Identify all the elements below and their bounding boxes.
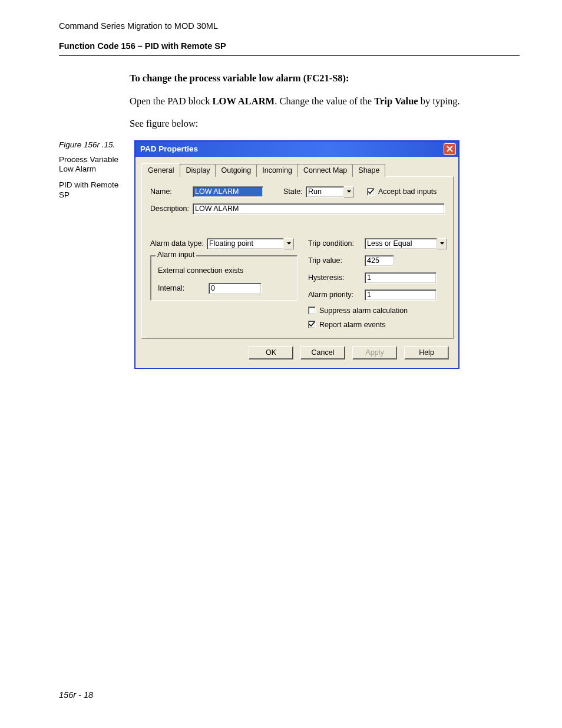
chevron-down-icon bbox=[440, 242, 444, 245]
svg-marker-3 bbox=[287, 242, 291, 245]
internal-field[interactable]: 0 bbox=[209, 283, 262, 294]
trip-condition-value: Less or Equal bbox=[365, 238, 437, 249]
description-field[interactable]: LOW ALARM bbox=[193, 203, 445, 215]
tab-display[interactable]: Display bbox=[180, 164, 216, 177]
close-icon bbox=[447, 146, 453, 152]
name-field[interactable]: LOW ALARM bbox=[193, 186, 263, 197]
figure-number: Figure 156r .15. bbox=[59, 140, 124, 149]
report-checkbox[interactable] bbox=[308, 321, 316, 328]
trip-condition-label: Trip condition: bbox=[308, 239, 365, 248]
state-label: State: bbox=[283, 187, 306, 196]
report-label: Report alarm events bbox=[319, 321, 386, 329]
figure-desc-1: Process Variable Low Alarm bbox=[59, 155, 124, 175]
tab-general[interactable]: General bbox=[141, 163, 180, 177]
pad-properties-dialog: PAD Properties General Display Outgoing … bbox=[134, 140, 459, 369]
tab-strip: General Display Outgoing Incoming Connec… bbox=[141, 163, 454, 177]
para-bold-trip-value: Trip Value bbox=[374, 95, 418, 107]
alarm-data-type-value: Floating point bbox=[207, 238, 284, 249]
check-icon bbox=[368, 189, 374, 195]
para-text: Open the PAD block bbox=[130, 95, 213, 107]
chevron-down-icon bbox=[287, 242, 291, 245]
svg-marker-4 bbox=[440, 242, 444, 245]
external-connection-text: External connection exists bbox=[158, 266, 290, 275]
chevron-down-icon bbox=[347, 190, 351, 193]
figure-desc-2: PID with Remote SP bbox=[59, 180, 124, 200]
dialog-title: PAD Properties bbox=[140, 144, 198, 153]
alarm-priority-field[interactable]: 1 bbox=[365, 289, 437, 301]
suppress-checkbox[interactable] bbox=[308, 307, 316, 314]
tab-outgoing[interactable]: Outgoing bbox=[215, 164, 257, 177]
para-text: by typing. bbox=[418, 95, 460, 107]
row-description: Description: LOW ALARM bbox=[150, 203, 445, 215]
tab-incoming[interactable]: Incoming bbox=[256, 164, 298, 177]
instruction-paragraph: Open the PAD block LOW ALARM. Change the… bbox=[130, 95, 507, 108]
header-rule bbox=[59, 55, 520, 56]
section-heading: To change the process variable low alarm… bbox=[130, 73, 507, 84]
trip-condition-dropdown-button[interactable] bbox=[437, 238, 447, 249]
doc-subheader: Function Code 156 – PID with Remote SP bbox=[59, 41, 520, 51]
alarm-input-legend: Alarm input bbox=[156, 251, 196, 259]
para-bold-low-alarm: LOW ALARM bbox=[213, 95, 275, 107]
trip-condition-select[interactable]: Less or Equal bbox=[365, 238, 447, 249]
dialog-button-row: OK Cancel Apply Help bbox=[135, 339, 458, 368]
figure-sidebar: Figure 156r .15. Process Variable Low Al… bbox=[59, 140, 124, 207]
help-button[interactable]: Help bbox=[404, 346, 449, 360]
row-name-state: Name: LOW ALARM State: Run Accept bad in… bbox=[150, 186, 445, 197]
tab-shape[interactable]: Shape bbox=[352, 164, 385, 177]
row-alarm-data-type: Alarm data type: Floating point bbox=[150, 238, 297, 249]
alarm-data-type-label: Alarm data type: bbox=[150, 239, 207, 248]
alarm-data-type-dropdown-button[interactable] bbox=[284, 238, 294, 249]
alarm-input-group: Alarm input External connection exists I… bbox=[150, 255, 297, 301]
svg-marker-2 bbox=[347, 190, 351, 193]
check-icon bbox=[309, 321, 315, 328]
tab-connect-map[interactable]: Connect Map bbox=[297, 164, 353, 177]
trip-value-field[interactable]: 425 bbox=[365, 255, 394, 266]
hysteresis-label: Hysteresis: bbox=[308, 274, 365, 282]
trip-value-label: Trip value: bbox=[308, 256, 365, 265]
suppress-label: Suppress alarm calculation bbox=[319, 307, 408, 315]
alarm-data-type-select[interactable]: Floating point bbox=[207, 238, 294, 249]
state-value: Run bbox=[306, 186, 344, 197]
close-button[interactable] bbox=[444, 143, 456, 155]
ok-button[interactable]: OK bbox=[249, 346, 293, 360]
see-figure-text: See figure below: bbox=[130, 117, 507, 130]
state-dropdown-button[interactable] bbox=[344, 186, 354, 197]
dialog-titlebar[interactable]: PAD Properties bbox=[135, 141, 458, 157]
hysteresis-field[interactable]: 1 bbox=[365, 272, 437, 284]
cancel-button[interactable]: Cancel bbox=[300, 346, 345, 360]
state-select[interactable]: Run bbox=[306, 186, 354, 197]
para-text: . Change the value of the bbox=[275, 95, 374, 107]
accept-bad-checkbox[interactable] bbox=[367, 188, 375, 196]
name-label: Name: bbox=[150, 187, 193, 196]
apply-button[interactable]: Apply bbox=[352, 346, 397, 360]
description-label: Description: bbox=[150, 205, 193, 213]
tab-content-general: Name: LOW ALARM State: Run Accept bad in… bbox=[141, 176, 454, 339]
doc-header: Command Series Migration to MOD 30ML bbox=[59, 21, 520, 31]
accept-bad-label: Accept bad inputs bbox=[378, 187, 437, 196]
internal-label: Internal: bbox=[158, 284, 209, 292]
page-number: 156r - 18 bbox=[59, 690, 93, 700]
alarm-priority-label: Alarm priority: bbox=[308, 291, 365, 299]
